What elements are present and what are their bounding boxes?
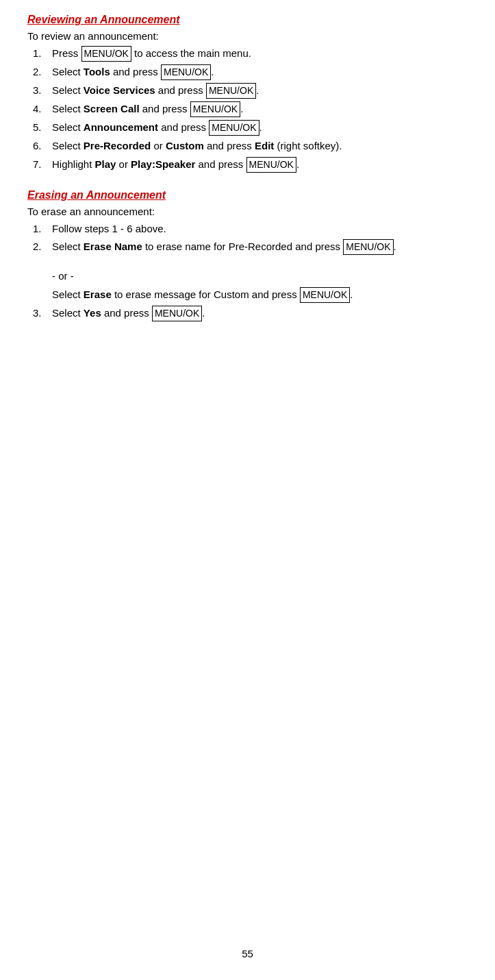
section-2-title: Erasing an Announcement: [27, 189, 468, 201]
erase-step-1-content: Follow steps 1 - 6 above.: [52, 221, 468, 237]
erase-step-3: 3. Select Yes and press MENU/OK.: [27, 306, 468, 321]
kbd-menu-ok-2: MENU/OK: [161, 64, 211, 80]
section-2-intro: To erase an announcement:: [27, 206, 468, 217]
term-voice-services: Voice Services: [84, 84, 155, 96]
term-play-speaker: Play:Speaker: [131, 158, 195, 170]
step-6-num: 6.: [27, 138, 52, 154]
step-6-content: Select Pre-Recorded or Custom and press …: [52, 138, 468, 154]
step-4: 4. Select Screen Call and press MENU/OK.: [27, 101, 468, 117]
step-7-content: Highlight Play or Play:Speaker and press…: [52, 157, 468, 173]
step-1-content: Press MENU/OK to access the main menu.: [52, 46, 468, 62]
step-5-num: 5.: [27, 120, 52, 136]
erase-step-3-content: Select Yes and press MENU/OK.: [52, 306, 468, 321]
or-line: - or -: [27, 269, 468, 284]
step-1-num: 1.: [27, 46, 52, 62]
step-7-num: 7.: [27, 157, 52, 173]
kbd-menu-ok-1: MENU/OK: [81, 46, 131, 62]
term-announcement: Announcement: [84, 121, 158, 133]
kbd-menu-ok-7: MENU/OK: [246, 157, 296, 173]
step-5-content: Select Announcement and press MENU/OK.: [52, 120, 468, 136]
kbd-menu-ok-4: MENU/OK: [190, 101, 240, 117]
term-tools: Tools: [84, 66, 110, 77]
erase-step-1-num: 1.: [27, 221, 52, 237]
step-3-num: 3.: [27, 83, 52, 99]
term-pre-recorded: Pre-Recorded: [84, 140, 151, 151]
section-1-steps: 1. Press MENU/OK to access the main menu…: [27, 46, 468, 173]
erase-step-2-num: 2.: [27, 239, 52, 255]
term-play: Play: [95, 158, 116, 170]
kbd-menu-ok-sub: MENU/OK: [300, 287, 350, 303]
kbd-menu-ok-5: MENU/OK: [209, 120, 259, 136]
step-4-content: Select Screen Call and press MENU/OK.: [52, 101, 468, 117]
step-2: 2. Select Tools and press MENU/OK.: [27, 64, 468, 80]
kbd-menu-ok-e3: MENU/OK: [152, 306, 202, 321]
sub-step-erase: Select Erase to erase message for Custom…: [27, 287, 468, 303]
erase-step-2: 2. Select Erase Name to erase name for P…: [27, 239, 468, 255]
kbd-menu-ok-e2: MENU/OK: [343, 239, 393, 255]
step-2-num: 2.: [27, 64, 52, 80]
step-1: 1. Press MENU/OK to access the main menu…: [27, 46, 468, 62]
term-yes: Yes: [84, 307, 101, 319]
step-7: 7. Highlight Play or Play:Speaker and pr…: [27, 157, 468, 173]
erase-step-2-content: Select Erase Name to erase name for Pre-…: [52, 239, 468, 255]
step-3: 3. Select Voice Services and press MENU/…: [27, 83, 468, 99]
step-5: 5. Select Announcement and press MENU/OK…: [27, 120, 468, 136]
term-edit: Edit: [255, 140, 274, 151]
section-erasing: Erasing an Announcement To erase an anno…: [27, 189, 468, 321]
section-2-step3: 3. Select Yes and press MENU/OK.: [27, 306, 468, 321]
term-custom: Custom: [166, 140, 204, 151]
erase-step-3-num: 3.: [27, 306, 52, 321]
step-4-num: 4.: [27, 101, 52, 117]
term-erase: Erase: [84, 289, 112, 300]
step-6: 6. Select Pre-Recorded or Custom and pre…: [27, 138, 468, 154]
section-2-steps: 1. Follow steps 1 - 6 above. 2. Select E…: [27, 221, 468, 256]
section-reviewing: Reviewing an Announcement To review an a…: [27, 14, 468, 173]
term-screen-call: Screen Call: [84, 103, 140, 114]
kbd-menu-ok-3: MENU/OK: [206, 83, 256, 99]
step-2-content: Select Tools and press MENU/OK.: [52, 64, 468, 80]
page-number: 55: [242, 948, 253, 959]
section-1-intro: To review an announcement:: [27, 30, 468, 42]
section-1-title: Reviewing an Announcement: [27, 14, 468, 26]
erase-step-1: 1. Follow steps 1 - 6 above.: [27, 221, 468, 237]
step-3-content: Select Voice Services and press MENU/OK.: [52, 83, 468, 99]
term-erase-name: Erase Name: [84, 241, 142, 252]
